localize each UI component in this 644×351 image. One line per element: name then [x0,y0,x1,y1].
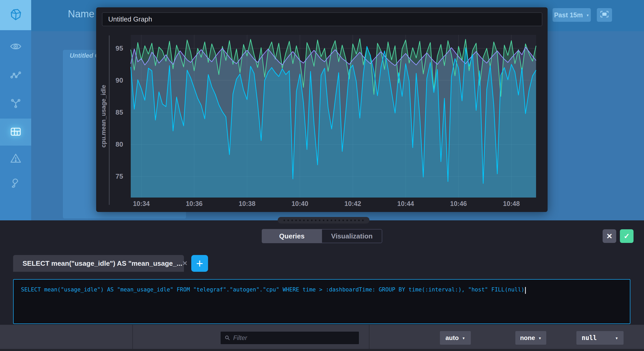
drag-dot [303,220,305,221]
sidebar-item-integrations[interactable] [0,90,31,117]
query-tab-close-icon[interactable]: ✕ [182,260,188,267]
compare-value: none [520,334,535,342]
svg-text:10:34: 10:34 [133,200,150,207]
panel-resize-handle[interactable] [278,217,369,224]
sidebar-item-alerting[interactable] [0,145,31,172]
query-tab[interactable]: SELECT mean("usage_idle") AS "mean_usage… [13,255,184,272]
fill-value: null [582,334,597,342]
svg-text:90: 90 [116,76,123,84]
drag-dot [307,220,309,221]
plus-icon: + [196,257,203,269]
tab-visualization-label: Visualization [331,232,373,240]
text-cursor [525,287,526,294]
drag-dot [342,220,344,221]
cancel-button[interactable]: ✕ [603,229,616,243]
drag-dot [287,220,289,221]
sidebar-item-logo[interactable] [0,0,31,30]
dashboard-grid-icon [10,126,22,139]
time-range-dropdown[interactable]: Past 15m ▼ [553,8,591,22]
chevron-down-icon: ▼ [586,14,589,17]
svg-text:cpu.mean_usage_idle: cpu.mean_usage_idle [100,85,107,147]
fullscreen-icon [600,11,609,19]
builder-column-divider [369,325,369,351]
svg-text:10:38: 10:38 [239,200,255,207]
chevron-down-icon: ▼ [538,337,542,340]
branch-graph-icon [10,97,22,110]
drag-dot [346,220,348,221]
svg-text:10:44: 10:44 [397,200,414,207]
svg-text:95: 95 [116,44,123,52]
query-tab-label: SELECT mean("usage_idle") AS "mean_usage… [23,259,182,268]
close-icon: ✕ [606,232,612,241]
eye-icon [10,40,22,54]
compare-dropdown[interactable]: none ▼ [515,331,546,345]
presentation-mode-button[interactable] [597,8,612,22]
filter-input[interactable]: Filter [220,331,359,345]
tab-visualization[interactable]: Visualization [322,229,382,243]
group-by-dropdown[interactable]: auto ▼ [440,331,471,345]
pulse-graph-icon [10,70,22,83]
nav-sidebar [0,0,31,220]
drag-dot [350,220,352,221]
chevron-down-icon: ▼ [462,337,465,340]
drag-dot [315,220,316,221]
sidebar-item-data-explorer[interactable] [0,63,31,90]
sidebar-item-host-list[interactable] [0,33,31,60]
chevron-down-icon: ▼ [615,337,618,340]
drag-dot [283,220,285,221]
drag-dot [327,220,328,221]
graph-title-input[interactable] [102,12,542,26]
drag-dot [354,220,356,221]
graph-editor-panel: 758085909510:3410:3610:3810:4010:4210:44… [96,7,548,212]
drag-dot [331,220,332,221]
query-text: SELECT mean("usage_idle") AS "mean_usage… [21,286,525,293]
editor-tab-toggle: Queries Visualization [262,229,382,243]
drag-dot [362,220,364,221]
sidebar-item-admin[interactable] [0,170,31,197]
time-range-label: Past 15m [554,11,583,19]
drag-dot [339,220,340,221]
svg-text:10:40: 10:40 [292,200,308,207]
alert-triangle-icon [10,152,22,166]
fill-dropdown[interactable]: null ▼ [576,331,624,345]
drag-dot [335,220,336,221]
drag-dot [323,220,324,221]
dashboard-name-label: Name [68,8,94,20]
svg-text:10:46: 10:46 [450,200,467,207]
sidebar-item-dashboards[interactable] [0,119,31,146]
builder-column-divider [132,325,133,351]
drag-dot [295,220,297,221]
svg-text:10:42: 10:42 [345,200,361,207]
svg-text:10:36: 10:36 [186,200,203,207]
drag-dot [311,220,313,221]
svg-text:85: 85 [116,108,123,116]
svg-text:10:48: 10:48 [503,200,520,207]
cell-editor-bottom-panel: Queries Visualization ✕ ✓ SELECT mean("u… [0,220,644,351]
builder-columns-edge [0,349,644,351]
admin-wrench-icon [10,177,22,190]
svg-text:80: 80 [116,140,123,148]
add-query-button[interactable]: + [191,255,208,272]
tab-queries-label: Queries [279,232,305,240]
check-icon: ✓ [624,232,630,241]
save-button[interactable]: ✓ [620,229,634,243]
tab-queries[interactable]: Queries [262,229,322,243]
drag-dot [358,220,360,221]
svg-text:75: 75 [116,172,123,180]
dashboard-cell-title: Untitled G [70,52,100,59]
time-series-chart[interactable]: 758085909510:3410:3610:3810:4010:4210:44… [96,35,542,212]
drag-dot [299,220,301,221]
filter-placeholder: Filter [233,334,247,342]
query-editor-textarea[interactable]: SELECT mean("usage_idle") AS "mean_usage… [13,279,630,324]
search-icon [224,335,231,341]
drag-dot [291,220,293,221]
group-by-value: auto [445,334,459,342]
chronograf-logo-icon [9,8,23,23]
drag-dot [319,220,320,221]
